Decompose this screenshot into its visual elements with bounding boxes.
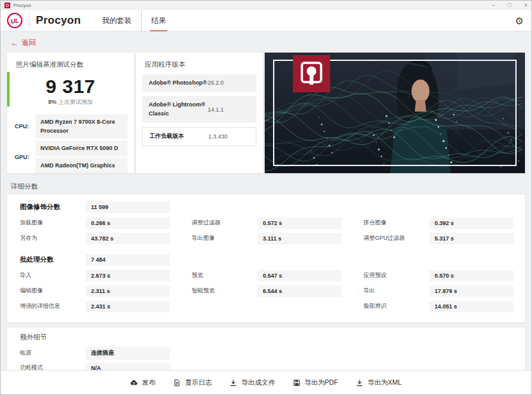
metric-label: 调整GPU过滤器 xyxy=(363,234,429,242)
metric-label: 智能预览 xyxy=(192,287,258,295)
version-label: Adobe® Lightroom® Classic xyxy=(149,101,208,118)
footer-button[interactable]: 显示日志 xyxy=(173,378,212,387)
metric-label: 图像修饰分数 xyxy=(20,203,86,212)
gpu-label: GPU: xyxy=(12,154,35,160)
metric-label: 加载图像 xyxy=(20,219,86,227)
score-group-header: 图像修饰分数 11 599 xyxy=(20,201,513,213)
metric-label: 调整过滤器 xyxy=(192,219,258,227)
maximize-button[interactable]: □ xyxy=(508,3,511,8)
metric-cell: 加载图像 0.266 s xyxy=(20,217,170,229)
footer-button[interactable]: 发布 xyxy=(130,378,155,387)
version-value: 1.3.430 xyxy=(208,133,228,140)
metric-cell: 拼合图像 0.392 s xyxy=(363,217,513,229)
cpu-row: CPU: AMD Ryzen 7 9700X 8-Core Processor xyxy=(12,114,128,139)
cpu-value: AMD Ryzen 7 9700X 8-Core Processor xyxy=(35,114,128,139)
metric-cell: 智能预览 6.544 s xyxy=(192,285,342,297)
ul-logo: UL xyxy=(6,12,23,29)
metric-cell: 另存为 43.782 s xyxy=(20,233,170,244)
download-icon xyxy=(356,379,363,387)
metric-label: 拼合图像 xyxy=(363,219,429,227)
main-tabs: 我的套装 结果 xyxy=(92,10,176,31)
hero-illustration xyxy=(265,53,525,173)
metric-cell xyxy=(363,201,513,213)
metric-label: 应用预设 xyxy=(363,271,429,280)
versions-card-title: 应用程序版本 xyxy=(136,53,263,69)
footer-button-label: 导出成文件 xyxy=(241,378,275,387)
app-icon xyxy=(4,3,10,8)
window-titlebar: Procyon – □ × xyxy=(1,1,531,10)
metric-value: 0.547 s xyxy=(258,270,342,282)
minimize-button[interactable]: – xyxy=(492,3,495,8)
metric-cell: 应用预设 0.570 s xyxy=(363,270,513,282)
footer-button[interactable]: 导出成文件 xyxy=(229,378,275,387)
metric-label: 导入 xyxy=(20,271,86,280)
download-icon xyxy=(229,379,237,387)
back-link[interactable]: ← 返回 xyxy=(11,38,36,47)
footer-button-label: 显示日志 xyxy=(185,378,212,387)
version-rows: Adobe® Photoshop® 26.2.0 Adobe® Lightroo… xyxy=(136,69,263,146)
gpu-values: NVIDIA GeForce RTX 5090 DAMD Radeon(TM) … xyxy=(35,140,128,173)
version-label: 工作负载版本 xyxy=(149,132,208,141)
metric-value: 6.544 s xyxy=(258,285,342,297)
metric-label: 批处理分数 xyxy=(20,255,86,264)
save-disk-icon xyxy=(293,379,301,387)
metric-value: 3.111 s xyxy=(258,233,342,244)
metric-cell: 电源 连接插座 xyxy=(20,346,170,360)
metric-label: 导出图像 xyxy=(192,234,258,242)
metric-value: 2.311 s xyxy=(86,285,170,297)
gpu-row: GPU: NVIDIA GeForce RTX 5090 DAMD Radeon… xyxy=(12,140,128,173)
gpu-value: NVIDIA GeForce RTX 5090 D xyxy=(35,140,128,156)
metric-value: 0.572 s xyxy=(258,217,342,229)
back-arrow-icon: ← xyxy=(11,38,19,47)
metric-value: 2.431 s xyxy=(86,301,170,312)
tab-results[interactable]: 结果 xyxy=(141,10,176,31)
tab-label: 我的套装 xyxy=(102,16,131,26)
benchmark-score-card: 照片编辑基准测试分数 9 317 8% 上次测试增加 CPU: AMD Ryze… xyxy=(7,53,134,173)
score-delta-text: 上次测试增加 xyxy=(58,99,93,105)
cpu-label: CPU: xyxy=(12,123,35,130)
metric-cell: 批处理分数 7 484 xyxy=(20,254,170,265)
metric-cell: 编辑图像 2.311 s xyxy=(20,285,170,297)
metric-row: 编辑图像 2.311 s 智能预览 6.544 s 导出 17.979 s xyxy=(20,285,513,297)
version-row: Adobe® Photoshop® 26.2.0 xyxy=(142,74,256,92)
metric-cell: 调整GPU过滤器 5.317 s xyxy=(363,233,513,244)
metric-cell xyxy=(192,254,342,265)
version-row: Adobe® Lightroom® Classic 14.1.1 xyxy=(142,96,256,122)
benchmark-score-value: 9 317 xyxy=(7,76,134,97)
footer-button-label: 导出为PDF xyxy=(304,378,338,387)
score-card-title: 照片编辑基准测试分数 xyxy=(7,53,134,69)
footer-actions-bar: 发布 显示日志 导出成文件 导出为PDF 导出为XML xyxy=(1,370,531,394)
settings-gear-icon[interactable]: ⚙ xyxy=(515,16,524,26)
metric-row: 另存为 43.782 s 导出图像 3.111 s 调整GPU过滤器 5.317… xyxy=(20,233,513,244)
metric-label: 脸部辨识 xyxy=(363,302,429,310)
brand-title: Procyon xyxy=(36,14,81,27)
tab-my-suites[interactable]: 我的套装 xyxy=(92,10,141,31)
system-specs: CPU: AMD Ryzen 7 9700X 8-Core Processor … xyxy=(7,114,134,174)
summary-row: 照片编辑基准测试分数 9 317 8% 上次测试增加 CPU: AMD Ryze… xyxy=(7,53,525,173)
gpu-value: AMD Radeon(TM) Graphics xyxy=(35,158,128,173)
metric-cell xyxy=(363,346,513,360)
metric-cell xyxy=(363,254,513,265)
extra-details-title: 额外细节 xyxy=(20,333,513,342)
metric-row: 增强的详细信息 2.431 s 脸部辨识 14.051 s xyxy=(20,301,513,312)
metric-value: 0.392 s xyxy=(429,217,513,229)
metric-cell: 图像修饰分数 11 599 xyxy=(20,201,170,213)
version-value: 26.2.0 xyxy=(208,80,224,86)
metric-value: 2.673 s xyxy=(86,270,170,282)
metric-value: 5.317 s xyxy=(429,233,513,244)
cloud-upload-icon xyxy=(130,379,138,387)
footer-button[interactable]: 导出为PDF xyxy=(293,378,338,387)
metric-cell: 导出图像 3.111 s xyxy=(192,233,342,244)
close-button[interactable]: × xyxy=(524,3,528,8)
footer-button[interactable]: 导出为XML xyxy=(356,378,401,387)
metric-value: N/A xyxy=(86,362,170,371)
procyon-badge xyxy=(293,55,330,92)
footer-button-label: 导出为XML xyxy=(367,378,401,387)
footer-button-label: 发布 xyxy=(142,378,155,387)
metric-row: 导入 2.673 s 预览 0.547 s 应用预设 0.570 s xyxy=(20,270,513,282)
metric-value: 11 599 xyxy=(86,201,170,213)
metric-cell xyxy=(363,362,513,371)
metric-cell xyxy=(192,301,342,312)
metric-row: 加载图像 0.266 s 调整过滤器 0.572 s 拼合图像 0.392 s xyxy=(20,217,513,229)
benchmark-hero-image xyxy=(265,53,525,173)
